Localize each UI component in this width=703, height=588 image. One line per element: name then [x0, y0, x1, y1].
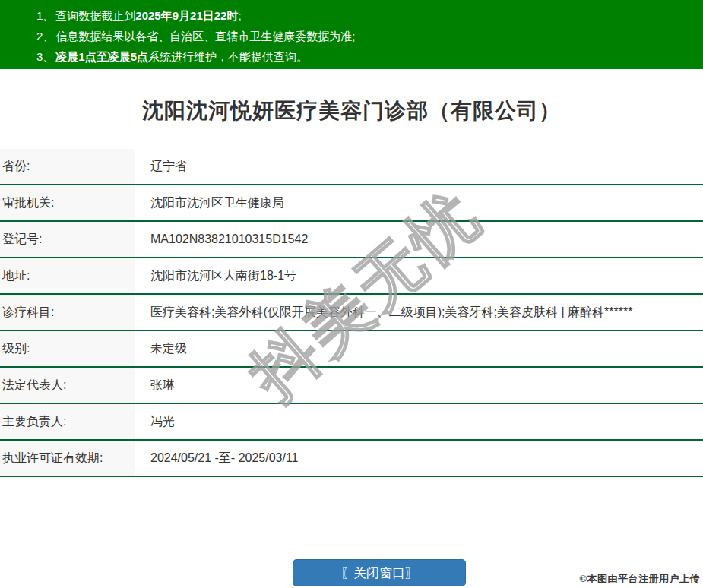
notice-number: 2、 [36, 30, 54, 43]
notice-text: 查询数据截止到 [55, 9, 135, 22]
page-title: 沈阳沈河悦妍医疗美容门诊部（有限公司） [0, 96, 703, 125]
table-row-address: 地址: 沈阳市沈河区大南街18-1号 [0, 258, 703, 295]
notice-text: 信息数据结果以各省、自治区、直辖市卫生健康委数据为准; [55, 30, 355, 43]
table-row-province: 省份: 辽宁省 [0, 149, 703, 185]
row-value: MA102N83821010315D1542 [135, 222, 703, 257]
notice-text: 系统进行维护，不能提供查询。 [148, 50, 308, 63]
row-label: 法定代表人: [0, 368, 135, 403]
notice-number: 3、 [36, 50, 54, 63]
notice-text-bold: 凌晨1点至凌晨5点 [55, 50, 148, 63]
row-label: 主要负责人: [0, 404, 135, 439]
close-window-button[interactable]: 〖关闭窗口〗 [293, 559, 466, 586]
row-value: 沈阳市沈河区卫生健康局 [135, 185, 703, 220]
table-row-medical-subjects: 诊疗科目: 医疗美容科;美容外科(仅限开展美容外科一、二级项目);美容牙科;美容… [0, 295, 703, 331]
table-row-legal-representative: 法定代表人: 张琳 [0, 368, 703, 404]
notice-banner: 1、查询数据截止到2025年9月21日22时; 2、信息数据结果以各省、自治区、… [0, 0, 703, 69]
row-label: 诊疗科目: [0, 295, 135, 330]
row-label: 执业许可证有效期: [0, 441, 135, 476]
notice-text: ; [238, 9, 241, 22]
row-value: 未定级 [135, 331, 703, 366]
notice-line-3: 3、凌晨1点至凌晨5点系统进行维护，不能提供查询。 [36, 46, 695, 67]
row-label: 省份: [0, 149, 135, 184]
row-value: 沈阳市沈河区大南街18-1号 [135, 258, 703, 293]
row-label: 地址: [0, 258, 135, 293]
row-value: 辽宁省 [135, 149, 703, 184]
license-query-page: 1、查询数据截止到2025年9月21日22时; 2、信息数据结果以各省、自治区、… [0, 0, 703, 477]
row-label: 登记号: [0, 222, 135, 257]
row-value: 冯光 [135, 404, 703, 439]
row-value: 医疗美容科;美容外科(仅限开展美容外科一、二级项目);美容牙科;美容皮肤科 | … [135, 295, 703, 330]
notice-line-1: 1、查询数据截止到2025年9月21日22时; [36, 5, 695, 26]
row-value: 张琳 [135, 368, 703, 403]
row-label: 审批机关: [0, 185, 135, 220]
bottom-right-watermark: ©本图由平台注册用户上传 [579, 572, 700, 586]
row-value: 2024/05/21 -至- 2025/03/11 [135, 441, 703, 476]
table-row-principal: 主要负责人: 冯光 [0, 404, 703, 441]
info-table: 省份: 辽宁省 审批机关: 沈阳市沈河区卫生健康局 登记号: MA102N838… [0, 149, 703, 477]
notice-text-bold: 2025年9月21日22时 [135, 9, 238, 22]
notice-line-2: 2、信息数据结果以各省、自治区、直辖市卫生健康委数据为准; [36, 26, 695, 46]
table-row-license-validity: 执业许可证有效期: 2024/05/21 -至- 2025/03/11 [0, 441, 703, 477]
table-row-level: 级别: 未定级 [0, 331, 703, 368]
notice-number: 1、 [36, 9, 54, 22]
row-label: 级别: [0, 331, 135, 366]
table-row-registration-number: 登记号: MA102N83821010315D1542 [0, 222, 703, 258]
table-row-approval-authority: 审批机关: 沈阳市沈河区卫生健康局 [0, 185, 703, 222]
